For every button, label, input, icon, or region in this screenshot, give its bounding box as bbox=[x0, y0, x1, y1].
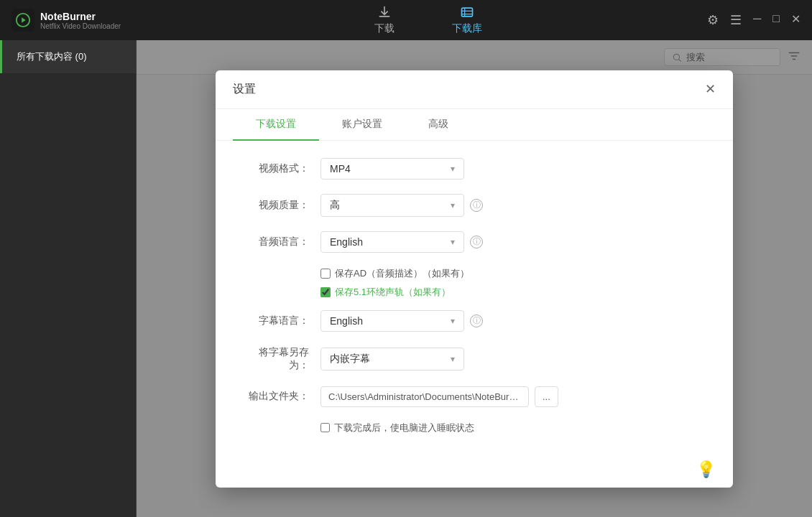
minimize-icon[interactable]: ─ bbox=[753, 12, 761, 28]
titlebar: NoteBurner Netflix Video Downloader 下载 下… bbox=[0, 0, 812, 40]
dialog-footer: 💡 bbox=[216, 452, 733, 488]
save-ad-checkbox[interactable] bbox=[320, 269, 331, 279]
sidebar-item-all-downloads[interactable]: 所有下载内容 (0) bbox=[0, 40, 136, 73]
dialog-header: 设置 ✕ bbox=[216, 70, 733, 109]
nav-tab-library[interactable]: 下载库 bbox=[423, 0, 511, 41]
nav-tabs: 下载 下载库 bbox=[149, 0, 707, 41]
maximize-icon[interactable]: □ bbox=[772, 12, 780, 28]
video-quality-control: 高 ▾ ⓘ bbox=[320, 194, 704, 217]
content-area: 设置 ✕ 下载设置 账户设置 高级 bbox=[137, 40, 812, 517]
nav-tab-download-label: 下载 bbox=[374, 22, 395, 35]
tab-download-settings-label: 下载设置 bbox=[256, 118, 296, 129]
sleep-checkbox[interactable] bbox=[320, 423, 330, 432]
video-quality-info-icon[interactable]: ⓘ bbox=[470, 199, 483, 212]
save-ad-label[interactable]: 保存AD（音频描述）（如果有） bbox=[335, 267, 469, 280]
settings-dialog: 设置 ✕ 下载设置 账户设置 高级 bbox=[216, 70, 733, 488]
menu-icon[interactable]: ☰ bbox=[730, 12, 742, 28]
tab-account-settings-label: 账户设置 bbox=[342, 118, 382, 129]
output-folder-row: 输出文件夹： C:\Users\Administrator\Documents\… bbox=[244, 386, 704, 407]
output-folder-path: C:\Users\Administrator\Documents\NoteBur… bbox=[320, 386, 529, 407]
tab-account-settings[interactable]: 账户设置 bbox=[319, 109, 405, 141]
video-format-control: MP4 ▾ bbox=[320, 158, 704, 180]
subtitle-language-value: English bbox=[330, 315, 363, 327]
checkbox-group: 保存AD（音频描述）（如果有） 保存5.1环绕声轨（如果有） bbox=[320, 267, 704, 299]
svg-marker-1 bbox=[22, 17, 26, 22]
save-ad-row: 保存AD（音频描述）（如果有） bbox=[320, 267, 704, 280]
save-subtitle-select[interactable]: 内嵌字幕 ▾ bbox=[320, 348, 464, 371]
audio-language-value: English bbox=[330, 236, 363, 248]
folder-row: C:\Users\Administrator\Documents\NoteBur… bbox=[320, 386, 558, 407]
audio-language-row: 音频语言： English ▾ ⓘ bbox=[244, 231, 704, 253]
video-format-select[interactable]: MP4 ▾ bbox=[320, 158, 464, 180]
lightbulb-icon[interactable]: 💡 bbox=[696, 460, 716, 479]
tab-advanced-label: 高级 bbox=[428, 118, 448, 129]
chevron-down-icon: ▾ bbox=[451, 354, 455, 364]
app-logo bbox=[11, 9, 34, 32]
audio-language-control: English ▾ ⓘ bbox=[320, 231, 704, 253]
app-subtitle: Netflix Video Downloader bbox=[40, 22, 121, 30]
svg-rect-2 bbox=[462, 8, 473, 17]
subtitle-language-info-icon[interactable]: ⓘ bbox=[470, 315, 483, 327]
app-name-block: NoteBurner Netflix Video Downloader bbox=[40, 11, 121, 30]
dialog-tabs: 下载设置 账户设置 高级 bbox=[216, 109, 733, 141]
chevron-down-icon: ▾ bbox=[451, 164, 455, 174]
save-subtitle-row: 将字幕另存为： 内嵌字幕 ▾ bbox=[244, 346, 704, 372]
subtitle-language-label: 字幕语言： bbox=[244, 315, 309, 327]
save-5-1-row: 保存5.1环绕声轨（如果有） bbox=[320, 286, 704, 299]
video-quality-value: 高 bbox=[330, 199, 340, 212]
nav-tab-library-label: 下载库 bbox=[452, 22, 482, 35]
modal-overlay: 设置 ✕ 下载设置 账户设置 高级 bbox=[137, 40, 812, 517]
video-format-value: MP4 bbox=[330, 163, 351, 174]
video-quality-select[interactable]: 高 ▾ bbox=[320, 194, 464, 217]
save-subtitle-label: 将字幕另存为： bbox=[244, 346, 309, 372]
video-quality-label: 视频质量： bbox=[244, 199, 309, 212]
sleep-label[interactable]: 下载完成后，使电脑进入睡眠状态 bbox=[334, 421, 474, 434]
sidebar: 所有下载内容 (0) bbox=[0, 40, 137, 517]
app-background: WWW.NOTEBURNER.COMWWW.NOTEBURNER.COMWWW.… bbox=[0, 0, 812, 517]
library-icon bbox=[460, 5, 474, 19]
download-icon bbox=[377, 5, 392, 19]
subtitle-language-row: 字幕语言： English ▾ ⓘ bbox=[244, 310, 704, 332]
tab-download-settings[interactable]: 下载设置 bbox=[233, 109, 319, 141]
chevron-down-icon: ▾ bbox=[451, 316, 455, 326]
output-folder-label: 输出文件夹： bbox=[244, 390, 309, 403]
close-app-icon[interactable]: ✕ bbox=[791, 12, 801, 28]
tab-advanced[interactable]: 高级 bbox=[405, 109, 471, 141]
chevron-down-icon: ▾ bbox=[451, 200, 455, 210]
app-title: NoteBurner bbox=[40, 11, 121, 22]
sidebar-item-label: 所有下载内容 (0) bbox=[17, 51, 87, 62]
video-format-label: 视频格式： bbox=[244, 162, 309, 175]
save-subtitle-control: 内嵌字幕 ▾ bbox=[320, 348, 704, 371]
output-folder-control: C:\Users\Administrator\Documents\NoteBur… bbox=[320, 386, 704, 407]
audio-language-info-icon[interactable]: ⓘ bbox=[470, 236, 483, 248]
sleep-row: 下载完成后，使电脑进入睡眠状态 bbox=[320, 421, 704, 434]
subtitle-language-select[interactable]: English ▾ bbox=[320, 310, 464, 332]
browse-folder-button[interactable]: ... bbox=[535, 386, 558, 407]
save-5-1-label[interactable]: 保存5.1环绕声轨（如果有） bbox=[335, 286, 451, 299]
video-format-row: 视频格式： MP4 ▾ bbox=[244, 158, 704, 180]
save-5-1-checkbox[interactable] bbox=[320, 287, 331, 297]
titlebar-controls: ⚙ ☰ ─ □ ✕ bbox=[707, 12, 801, 28]
dialog-close-button[interactable]: ✕ bbox=[705, 83, 716, 96]
save-subtitle-value: 内嵌字幕 bbox=[330, 353, 370, 365]
main-layout: 所有下载内容 (0) bbox=[0, 40, 812, 517]
nav-tab-download[interactable]: 下载 bbox=[346, 0, 423, 41]
video-quality-row: 视频质量： 高 ▾ ⓘ bbox=[244, 194, 704, 217]
audio-language-label: 音频语言： bbox=[244, 236, 309, 248]
chevron-down-icon: ▾ bbox=[451, 237, 455, 247]
audio-language-select[interactable]: English ▾ bbox=[320, 231, 464, 253]
dialog-title: 设置 bbox=[233, 82, 256, 97]
subtitle-language-control: English ▾ ⓘ bbox=[320, 310, 704, 332]
dialog-body: 视频格式： MP4 ▾ 视频质量： bbox=[216, 141, 733, 452]
settings-icon[interactable]: ⚙ bbox=[707, 12, 719, 28]
